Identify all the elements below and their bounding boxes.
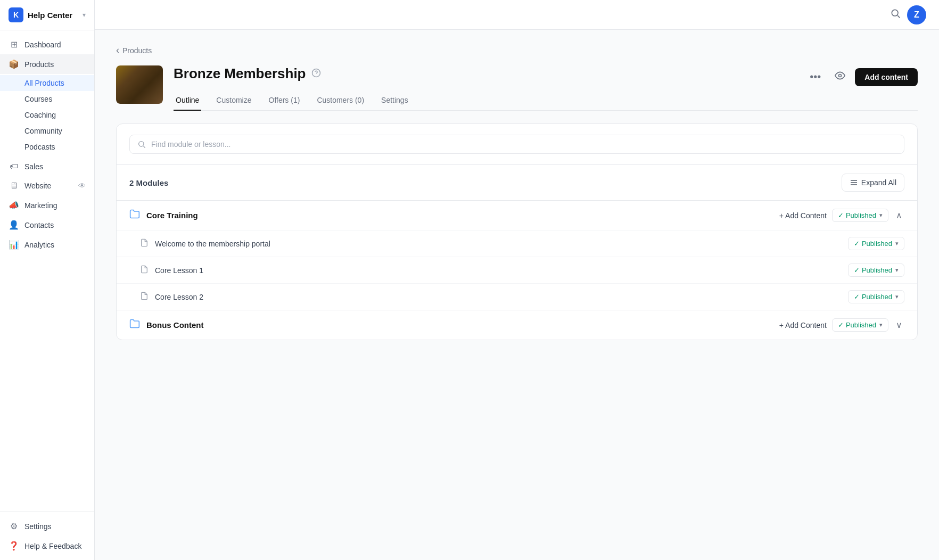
expand-bonus-content-button[interactable]: ∨ [894,318,904,332]
page-content: ‹ Products Bronze Membership [95,30,939,560]
module-header-bonus-content: Bonus Content + Add Content ✓ Published … [117,310,917,340]
search-bar [129,135,904,154]
search-bar-icon [137,140,146,149]
preview-button[interactable] [830,68,850,86]
lesson-name-core2[interactable]: Core Lesson 2 [155,293,842,301]
sidebar-item-label-contacts: Contacts [24,221,54,229]
eye-icon: 👁 [78,182,86,190]
product-actions: ••• Add content [805,68,918,86]
expand-all-button[interactable]: Expand All [842,174,904,192]
sidebar-item-label-help: Help & Feedback [24,542,81,550]
tab-outline[interactable]: Outline [174,90,201,111]
lesson-icon [140,238,149,249]
status-badge-core1[interactable]: ✓ Published ▾ [848,263,904,277]
sidebar-item-podcasts[interactable]: Podcasts [0,139,94,155]
sidebar-item-all-products[interactable]: All Products [0,75,94,91]
sales-icon: 🏷 [9,162,19,171]
analytics-icon: 📊 [9,240,19,250]
status-badge-bonus-content[interactable]: ✓ Published ▾ [832,318,888,332]
products-icon: 📦 [9,59,19,69]
product-help-icon[interactable] [311,68,321,80]
breadcrumb-label: Products [122,46,152,55]
module-item-bonus-content: Bonus Content + Add Content ✓ Published … [117,310,917,340]
search-input[interactable] [151,140,896,149]
check-icon: ✓ [854,266,860,274]
sidebar-item-coaching[interactable]: Coaching [0,107,94,123]
sidebar-item-dashboard[interactable]: ⊞ Dashboard [0,35,94,54]
module-item-core-training: Core Training + Add Content ✓ Published … [117,201,917,310]
module-folder-icon [129,209,140,222]
sidebar-item-website[interactable]: 🖥 Website 👁 [0,176,94,195]
sidebar: K Help Center ▾ ⊞ Dashboard 📦 Products A… [0,0,95,560]
tab-settings[interactable]: Settings [379,90,410,111]
topbar: Z [95,0,939,30]
lesson-name-core1[interactable]: Core Lesson 1 [155,266,842,275]
sidebar-header: K Help Center ▾ [0,0,94,30]
sidebar-item-settings[interactable]: ⚙ Settings [0,516,94,536]
lesson-icon [140,265,149,276]
status-chevron-icon: ▾ [879,322,883,328]
marketing-icon: 📣 [9,200,19,210]
sidebar-item-label-marketing: Marketing [24,201,57,210]
check-icon: ✓ [838,321,844,329]
collapse-core-training-button[interactable]: ∧ [894,208,904,223]
more-options-button[interactable]: ••• [805,69,825,85]
breadcrumb-back-icon: ‹ [116,45,119,56]
contacts-icon: 👤 [9,220,19,230]
svg-line-1 [897,15,900,18]
breadcrumb[interactable]: ‹ Products [116,45,918,56]
product-title: Bronze Membership [174,65,306,82]
status-badge-core2[interactable]: ✓ Published ▾ [848,290,904,303]
sidebar-item-label-settings: Settings [24,522,52,531]
modules-count: 2 Modules [129,178,168,187]
lesson-item-core1: Core Lesson 1 ✓ Published ▾ [117,257,917,283]
product-header: Bronze Membership ••• [116,65,918,111]
product-info: Bronze Membership ••• [174,65,918,111]
help-icon: ❓ [9,541,19,551]
svg-point-4 [839,75,842,77]
sidebar-item-marketing[interactable]: 📣 Marketing [0,195,94,215]
svg-point-5 [139,142,144,146]
status-chevron-icon: ▾ [879,212,883,219]
sidebar-item-community[interactable]: Community [0,123,94,139]
search-icon[interactable] [890,8,901,21]
product-tabs: Outline Customize Offers (1) Customers (… [174,90,918,111]
status-badge-welcome[interactable]: ✓ Published ▾ [848,237,904,250]
sidebar-item-label-analytics: Analytics [24,241,54,249]
app-name: Help Center [28,11,78,20]
module-name-bonus-content: Bonus Content [146,320,773,330]
tab-customize[interactable]: Customize [214,90,253,111]
sidebar-item-contacts[interactable]: 👤 Contacts [0,215,94,235]
avatar[interactable]: Z [907,5,926,24]
website-icon: 🖥 [9,181,19,191]
sidebar-item-label-products: Products [24,60,54,69]
sidebar-item-analytics[interactable]: 📊 Analytics [0,235,94,254]
expand-all-icon [850,178,858,187]
tab-customers[interactable]: Customers (0) [315,90,366,111]
status-badge-core-training[interactable]: ✓ Published ▾ [832,209,888,222]
module-header-core-training: Core Training + Add Content ✓ Published … [117,201,917,230]
sidebar-item-label-sales: Sales [24,162,43,171]
product-thumbnail [116,65,163,104]
svg-point-0 [892,10,898,16]
tab-offers[interactable]: Offers (1) [267,90,302,111]
products-sub-nav: All Products Courses Coaching Community … [0,74,94,157]
status-chevron-icon: ▾ [895,293,899,300]
product-title-row: Bronze Membership [174,65,321,82]
sidebar-item-help-feedback[interactable]: ❓ Help & Feedback [0,536,94,556]
sidebar-item-courses[interactable]: Courses [0,91,94,107]
lesson-item-core2: Core Lesson 2 ✓ Published ▾ [117,283,917,310]
sidebar-item-sales[interactable]: 🏷 Sales [0,157,94,176]
sidebar-item-products[interactable]: 📦 Products [0,54,94,74]
module-folder-icon-bonus [129,318,140,332]
add-content-button[interactable]: Add content [855,68,918,86]
lesson-item-welcome: Welcome to the membership portal ✓ Publi… [117,230,917,257]
sidebar-nav: ⊞ Dashboard 📦 Products All Products Cour… [0,30,94,512]
lesson-name-welcome[interactable]: Welcome to the membership portal [155,240,842,248]
add-content-bonus-content-button[interactable]: + Add Content [779,321,827,330]
module-actions-bonus-content: + Add Content ✓ Published ▾ ∨ [779,318,904,332]
status-chevron-icon: ▾ [895,240,899,247]
add-content-core-training-button[interactable]: + Add Content [779,211,827,220]
settings-icon: ⚙ [9,521,19,531]
check-icon: ✓ [854,240,860,248]
